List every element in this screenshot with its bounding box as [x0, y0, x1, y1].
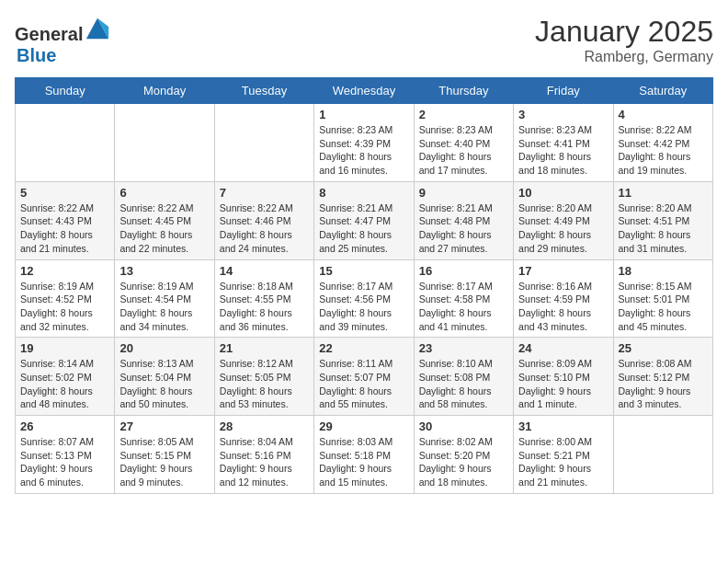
- day-number: 27: [119, 419, 209, 433]
- day-number: 31: [518, 419, 608, 433]
- header-sunday: Sunday: [16, 78, 115, 104]
- day-number: 22: [319, 341, 408, 355]
- cell-info: Sunrise: 8:03 AMSunset: 5:18 PMDaylight:…: [319, 435, 408, 489]
- cell-info: Sunrise: 8:18 AMSunset: 4:55 PMDaylight:…: [220, 280, 309, 334]
- logo: General Blue: [15, 15, 110, 66]
- day-number: 23: [419, 341, 508, 355]
- day-cell: 29Sunrise: 8:03 AMSunset: 5:18 PMDayligh…: [314, 416, 414, 494]
- cell-info: Sunrise: 8:21 AMSunset: 4:48 PMDaylight:…: [419, 201, 508, 256]
- day-cell: 23Sunrise: 8:10 AMSunset: 5:08 PMDayligh…: [414, 338, 513, 416]
- cell-info: Sunrise: 8:00 AMSunset: 5:21 PMDaylight:…: [518, 435, 608, 489]
- week-row-1: 1Sunrise: 8:23 AMSunset: 4:39 PMDaylight…: [16, 104, 713, 182]
- cell-info: Sunrise: 8:15 AMSunset: 5:01 PMDaylight:…: [619, 280, 708, 334]
- day-number: 6: [119, 186, 209, 200]
- day-number: 24: [518, 341, 608, 355]
- day-cell: 6Sunrise: 8:22 AMSunset: 4:45 PMDaylight…: [115, 181, 214, 259]
- header-friday: Friday: [514, 78, 613, 104]
- cell-info: Sunrise: 8:08 AMSunset: 5:12 PMDaylight:…: [619, 357, 708, 411]
- day-number: 14: [220, 264, 309, 278]
- days-header-row: SundayMondayTuesdayWednesdayThursdayFrid…: [16, 78, 713, 104]
- page-header: General Blue January 2025 Ramberg, Germa…: [15, 15, 713, 66]
- day-cell: 15Sunrise: 8:17 AMSunset: 4:56 PMDayligh…: [314, 259, 414, 338]
- day-cell: 4Sunrise: 8:22 AMSunset: 4:42 PMDaylight…: [613, 104, 712, 182]
- cell-info: Sunrise: 8:17 AMSunset: 4:56 PMDaylight:…: [319, 280, 408, 334]
- day-cell: 19Sunrise: 8:14 AMSunset: 5:02 PMDayligh…: [16, 338, 115, 416]
- week-row-3: 12Sunrise: 8:19 AMSunset: 4:52 PMDayligh…: [16, 259, 713, 338]
- cell-info: Sunrise: 8:07 AMSunset: 5:13 PMDaylight:…: [20, 435, 109, 489]
- calendar-table: SundayMondayTuesdayWednesdayThursdayFrid…: [15, 77, 713, 494]
- day-cell: 22Sunrise: 8:11 AMSunset: 5:07 PMDayligh…: [314, 338, 414, 416]
- day-cell: [16, 104, 115, 182]
- day-number: 18: [619, 264, 708, 278]
- day-cell: 21Sunrise: 8:12 AMSunset: 5:05 PMDayligh…: [214, 338, 313, 416]
- cell-info: Sunrise: 8:05 AMSunset: 5:15 PMDaylight:…: [119, 435, 209, 489]
- cell-info: Sunrise: 8:22 AMSunset: 4:45 PMDaylight:…: [119, 201, 209, 256]
- day-number: 19: [20, 341, 109, 355]
- day-number: 2: [419, 108, 508, 121]
- week-row-4: 19Sunrise: 8:14 AMSunset: 5:02 PMDayligh…: [16, 338, 713, 416]
- cell-info: Sunrise: 8:19 AMSunset: 4:54 PMDaylight:…: [119, 280, 209, 334]
- cell-info: Sunrise: 8:23 AMSunset: 4:39 PMDaylight:…: [319, 123, 408, 178]
- day-cell: 2Sunrise: 8:23 AMSunset: 4:40 PMDaylight…: [414, 104, 513, 182]
- day-number: 7: [220, 186, 309, 200]
- day-cell: [613, 416, 712, 494]
- cell-info: Sunrise: 8:20 AMSunset: 4:51 PMDaylight:…: [619, 201, 708, 256]
- cell-info: Sunrise: 8:21 AMSunset: 4:47 PMDaylight:…: [319, 201, 408, 256]
- day-number: 3: [518, 108, 608, 121]
- logo-icon: [85, 15, 110, 40]
- logo-general: General: [15, 24, 83, 44]
- day-cell: 18Sunrise: 8:15 AMSunset: 5:01 PMDayligh…: [613, 259, 712, 338]
- day-number: 29: [319, 419, 408, 433]
- day-number: 20: [119, 341, 209, 355]
- day-cell: 24Sunrise: 8:09 AMSunset: 5:10 PMDayligh…: [514, 338, 613, 416]
- day-number: 25: [619, 341, 708, 355]
- cell-info: Sunrise: 8:20 AMSunset: 4:49 PMDaylight:…: [518, 201, 608, 256]
- day-number: 5: [20, 186, 109, 200]
- day-number: 16: [419, 264, 508, 278]
- header-wednesday: Wednesday: [314, 78, 414, 104]
- logo-blue: Blue: [17, 45, 56, 65]
- day-number: 30: [419, 419, 508, 433]
- cell-info: Sunrise: 8:14 AMSunset: 5:02 PMDaylight:…: [20, 357, 109, 411]
- cell-info: Sunrise: 8:22 AMSunset: 4:43 PMDaylight:…: [20, 201, 109, 256]
- day-cell: [214, 104, 313, 182]
- day-number: 26: [20, 419, 109, 433]
- day-cell: 30Sunrise: 8:02 AMSunset: 5:20 PMDayligh…: [414, 416, 513, 494]
- day-number: 17: [518, 264, 608, 278]
- cell-info: Sunrise: 8:23 AMSunset: 4:40 PMDaylight:…: [419, 123, 508, 178]
- day-cell: 25Sunrise: 8:08 AMSunset: 5:12 PMDayligh…: [613, 338, 712, 416]
- day-cell: 28Sunrise: 8:04 AMSunset: 5:16 PMDayligh…: [214, 416, 313, 494]
- week-row-5: 26Sunrise: 8:07 AMSunset: 5:13 PMDayligh…: [16, 416, 713, 494]
- day-cell: 9Sunrise: 8:21 AMSunset: 4:48 PMDaylight…: [414, 181, 513, 259]
- day-number: 12: [20, 264, 109, 278]
- day-number: 9: [419, 186, 508, 200]
- cell-info: Sunrise: 8:04 AMSunset: 5:16 PMDaylight:…: [220, 435, 309, 489]
- day-cell: [115, 104, 214, 182]
- day-cell: 11Sunrise: 8:20 AMSunset: 4:51 PMDayligh…: [613, 181, 712, 259]
- day-cell: 17Sunrise: 8:16 AMSunset: 4:59 PMDayligh…: [514, 259, 613, 338]
- day-cell: 8Sunrise: 8:21 AMSunset: 4:47 PMDaylight…: [314, 181, 414, 259]
- day-cell: 26Sunrise: 8:07 AMSunset: 5:13 PMDayligh…: [16, 416, 115, 494]
- day-number: 13: [119, 264, 209, 278]
- logo-text: General Blue: [15, 15, 110, 66]
- header-monday: Monday: [115, 78, 214, 104]
- day-number: 4: [619, 108, 708, 121]
- day-number: 11: [619, 186, 708, 200]
- cell-info: Sunrise: 8:22 AMSunset: 4:42 PMDaylight:…: [619, 123, 708, 178]
- header-tuesday: Tuesday: [214, 78, 313, 104]
- day-number: 8: [319, 186, 408, 200]
- day-number: 21: [220, 341, 309, 355]
- day-cell: 13Sunrise: 8:19 AMSunset: 4:54 PMDayligh…: [115, 259, 214, 338]
- day-cell: 12Sunrise: 8:19 AMSunset: 4:52 PMDayligh…: [16, 259, 115, 338]
- week-row-2: 5Sunrise: 8:22 AMSunset: 4:43 PMDaylight…: [16, 181, 713, 259]
- day-cell: 5Sunrise: 8:22 AMSunset: 4:43 PMDaylight…: [16, 181, 115, 259]
- cell-info: Sunrise: 8:22 AMSunset: 4:46 PMDaylight:…: [220, 201, 309, 256]
- cell-info: Sunrise: 8:09 AMSunset: 5:10 PMDaylight:…: [518, 357, 608, 411]
- day-cell: 14Sunrise: 8:18 AMSunset: 4:55 PMDayligh…: [214, 259, 313, 338]
- cell-info: Sunrise: 8:23 AMSunset: 4:41 PMDaylight:…: [518, 123, 608, 178]
- title-block: January 2025 Ramberg, Germany: [535, 15, 713, 65]
- month-title: January 2025: [535, 15, 713, 49]
- cell-info: Sunrise: 8:19 AMSunset: 4:52 PMDaylight:…: [20, 280, 109, 334]
- day-cell: 1Sunrise: 8:23 AMSunset: 4:39 PMDaylight…: [314, 104, 414, 182]
- day-cell: 27Sunrise: 8:05 AMSunset: 5:15 PMDayligh…: [115, 416, 214, 494]
